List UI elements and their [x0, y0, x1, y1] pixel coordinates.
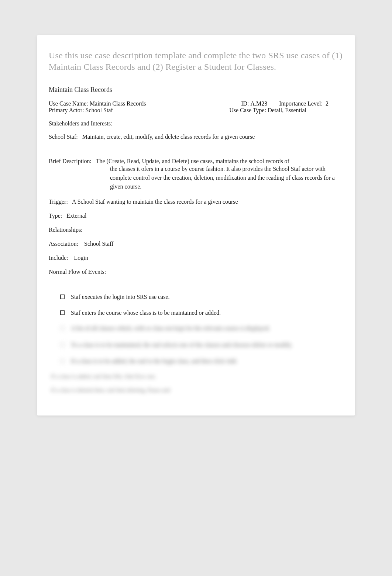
row-use-case-name: Use Case Name: Maintain Class Records ID… [49, 100, 343, 107]
bullet-icon: 🞏 [60, 342, 71, 348]
brief-body: the classes it ofers in a course by cour… [49, 165, 343, 191]
include-label: Include: [49, 255, 68, 261]
stakeholder-interest: Maintain, create, edit, modify, and dele… [82, 134, 255, 140]
flow-step-text: A list of all classes which, with or cla… [71, 324, 343, 332]
trigger-label: Trigger: [49, 199, 68, 205]
include-value: Login [74, 255, 88, 261]
use-case-name-value: Maintain Class Records [90, 100, 146, 107]
bullet-icon: 🞏 [60, 310, 71, 316]
blurred-line: If a class is deleted then, staf then de… [49, 387, 343, 393]
type-label: Type: [49, 213, 62, 219]
brief-description: Brief Description: The (Create, Read, Up… [49, 158, 343, 191]
association-label: Association: [49, 241, 78, 247]
stakeholders-label: Stakeholders and Interests: [49, 120, 343, 127]
brief-first-line: The (Create, Read, Update, and Delete) u… [96, 158, 289, 164]
list-item: 🞏 To a class is to be maintained, the st… [60, 341, 343, 349]
bullet-icon: 🞏 [60, 294, 71, 300]
flow-step-text: Staf enters the course whose class is to… [71, 309, 343, 317]
type-value: External [66, 213, 86, 219]
use-case-type-value: Detail, Essential [268, 107, 306, 114]
use-case-type-label: Use Case Type: [229, 107, 266, 114]
bullet-icon: 🞏 [60, 325, 71, 331]
association-value: School Staff [84, 241, 113, 247]
bullet-icon: 🞏 [60, 358, 71, 364]
blurred-line: If a class is added, staf then fills, Su… [49, 373, 343, 380]
document-card: Use this use case description template a… [37, 35, 355, 415]
primary-actor-value: School Staf [86, 107, 113, 114]
list-item: 🞏 Staf enters the course whose class is … [60, 309, 343, 317]
list-item: 🞏 If a class is to be added, the staf to… [60, 357, 343, 365]
relationships-block: Relationships: Association: School Staff… [49, 227, 343, 261]
flow-step-text: If a class is to be added, the staf to t… [71, 357, 343, 365]
importance-label: Importance Level: [279, 100, 323, 107]
relationships-label: Relationships: [49, 227, 343, 233]
blurred-content: 🞏 A list of all classes which, with or c… [49, 324, 343, 393]
id-label: ID: [241, 100, 249, 107]
stakeholder-actor: School Staf: [49, 134, 78, 140]
flow-list: 🞏 Staf executes the login into SRS use c… [49, 293, 343, 317]
importance-value: 2 [326, 100, 329, 107]
normal-flow-label: Normal Flow of Events: [49, 269, 343, 275]
stakeholders-block: Stakeholders and Interests: School Staf:… [49, 120, 343, 140]
use-case-name-label: Use Case Name: [49, 100, 88, 107]
flow-step-text: To a class is to be maintained, the staf… [71, 341, 343, 349]
list-item: 🞏 A list of all classes which, with or c… [60, 324, 343, 332]
id-value: A.M23 [251, 100, 268, 107]
flow-step-text: Staf executes the login into SRS use cas… [71, 293, 343, 301]
row-primary-actor: Primary Actor: School Staf Use Case Type… [49, 107, 343, 114]
type-row: Type: External [49, 213, 343, 219]
intro-paragraph: Use this use case description template a… [49, 50, 343, 73]
brief-label: Brief Description: [49, 158, 92, 164]
primary-actor-label: Primary Actor: [49, 107, 84, 114]
list-item: 🞏 Staf executes the login into SRS use c… [60, 293, 343, 301]
trigger-row: Trigger: A School Staf wanting to mainta… [49, 199, 343, 205]
section-title: Maintain Class Records [49, 86, 343, 94]
trigger-value: A School Staf wanting to maintain the cl… [72, 199, 238, 205]
